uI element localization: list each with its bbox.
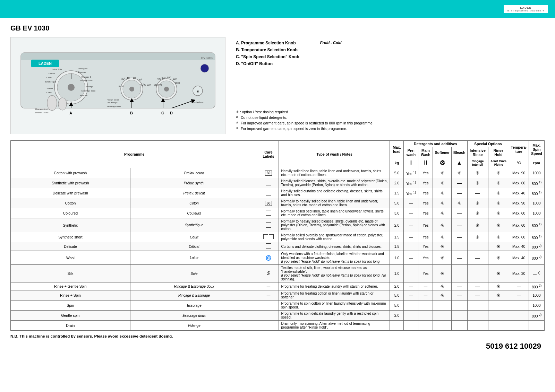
svg-text:C: C bbox=[161, 111, 164, 115]
prog-notes: Programme to spin delicate laundry gentl… bbox=[279, 311, 390, 321]
svg-text:Synthétique: Synthétique bbox=[45, 81, 56, 83]
svg-text:A: A bbox=[69, 111, 72, 115]
prog-softener: — bbox=[433, 321, 452, 331]
prog-intensive-rinse: ✳ bbox=[467, 168, 488, 178]
th-spin-unit: rpm bbox=[529, 158, 545, 168]
svg-text:90°C 100: 90°C 100 bbox=[140, 84, 151, 86]
prog-rinse-hold: ✳ bbox=[488, 282, 509, 290]
prog-care: — bbox=[258, 311, 279, 321]
prog-spin: 1000 bbox=[529, 300, 545, 311]
laden-logo: LADEN is a registered trademark bbox=[504, 5, 548, 13]
svg-text:D: D bbox=[170, 111, 173, 115]
prog-spin: 1000 bbox=[529, 198, 545, 208]
prog-mainwash: Yes bbox=[418, 232, 433, 242]
th-detergents: Detergents and additives bbox=[404, 141, 467, 147]
svg-text:Rincage à: Rincage à bbox=[78, 68, 88, 70]
prog-spin: 800 2) bbox=[529, 178, 545, 188]
svg-text:900: 900 bbox=[173, 78, 177, 80]
prog-mainwash: Yes bbox=[418, 178, 433, 188]
prog-care bbox=[258, 178, 279, 188]
svg-text:Vidange: Vidange bbox=[80, 94, 88, 96]
prog-mainwash: Yes bbox=[418, 188, 433, 198]
prog-name: Synthetic short bbox=[11, 232, 130, 242]
prog-mainwash: — bbox=[418, 321, 433, 331]
prog-intensive-rinse: ✳ bbox=[467, 232, 488, 242]
prog-spin: 800 2) bbox=[529, 282, 545, 290]
prog-name: Silk bbox=[11, 265, 130, 282]
svg-text:◉: ◉ bbox=[197, 90, 199, 93]
prog-spin: 800 2) bbox=[529, 188, 545, 198]
prog-notes: Normally to heavily soiled bed linen, ta… bbox=[279, 198, 390, 208]
prog-name: Rinse + Gentle Spin bbox=[11, 282, 130, 290]
prog-prewash: — bbox=[404, 282, 418, 290]
prog-rinse-hold: ✳ bbox=[488, 265, 509, 282]
prog-prewash: — bbox=[404, 218, 418, 232]
svg-text:Sans vit: Sans vit bbox=[154, 84, 162, 86]
svg-text:• Rincage doux: • Rincage doux bbox=[107, 105, 121, 107]
prog-french: Délicat bbox=[130, 242, 258, 251]
th-softener-sym: ⚙ bbox=[433, 158, 452, 168]
prog-notes: Normally to heavily soiled blouses, shir… bbox=[279, 218, 390, 232]
prog-prewash: Yes 1) bbox=[404, 188, 418, 198]
prog-temperature: Max. 60 bbox=[509, 218, 529, 232]
table-row: WoolLaine🌀Only woollens with a felt-free… bbox=[11, 251, 545, 265]
prog-mainwash: Yes bbox=[418, 208, 433, 218]
th-intensive-rinse-fr: Rinçage Intensif bbox=[467, 158, 488, 168]
prog-prewash: — bbox=[404, 232, 418, 242]
prog-bleach: — bbox=[452, 321, 467, 331]
table-row: Gentle spinEssorage doux—Programme to sp… bbox=[11, 311, 545, 321]
prog-bleach: — bbox=[452, 178, 467, 188]
prog-load: 5.0 bbox=[390, 198, 404, 208]
prog-french: Prélav. synth. bbox=[130, 178, 258, 188]
top-bar: LADEN is a registered trademark bbox=[0, 0, 555, 18]
th-temp-unit: °C bbox=[509, 158, 529, 168]
main-content: GB EV 1030 LADEN Laine Soie bbox=[0, 18, 555, 357]
prog-care bbox=[258, 232, 279, 242]
th-intensive-rinse: Intensive Rinse bbox=[467, 147, 488, 158]
prog-notes: Curtains and delicate clothing, dresses,… bbox=[279, 242, 390, 251]
machine-svg: LADEN Laine Soie Délicat Court Synthétiq… bbox=[17, 42, 219, 129]
prog-load: 3.0 bbox=[390, 208, 404, 218]
prog-load: — bbox=[390, 321, 404, 331]
prog-intensive-rinse: ✳ bbox=[467, 218, 488, 232]
prog-prewash: Yes 1) bbox=[404, 168, 418, 178]
prog-spin: — 3) bbox=[529, 265, 545, 282]
prog-temperature: — bbox=[509, 311, 529, 321]
prog-bleach: — bbox=[452, 188, 467, 198]
prog-bleach: — bbox=[452, 242, 467, 251]
prog-spin: 800 2) bbox=[529, 311, 545, 321]
svg-point-58 bbox=[47, 95, 57, 111]
prog-name: Delicate with prewash bbox=[11, 188, 130, 198]
prog-prewash: — bbox=[404, 290, 418, 300]
prog-mainwash: Yes bbox=[418, 265, 433, 282]
prog-french: Couleurs bbox=[130, 208, 258, 218]
prog-softener: ✳ bbox=[433, 232, 452, 242]
prog-spin: 1000 bbox=[529, 168, 545, 178]
prog-load: 2.0 bbox=[390, 218, 404, 232]
prog-notes: Textiles made of silk, linen, wool and v… bbox=[279, 265, 390, 282]
prog-rinse-hold: — bbox=[488, 311, 509, 321]
nb-footer: N.B. This machine is controlled by senso… bbox=[10, 334, 545, 338]
prog-rinse-hold: ✳ bbox=[488, 290, 509, 300]
table-row: SyntheticSynthétiqueNormally to heavily … bbox=[11, 218, 545, 232]
prog-french: Rinçage & Essorage bbox=[130, 290, 258, 300]
svg-text:Délicat: Délicat bbox=[49, 72, 55, 75]
prog-intensive-rinse: — bbox=[467, 311, 488, 321]
table-row: SpinEssorage—Programme to spin cotton or… bbox=[11, 300, 545, 311]
prog-spin: — bbox=[529, 321, 545, 331]
prog-bleach: — bbox=[452, 300, 467, 311]
prog-load: 1.5 bbox=[390, 232, 404, 242]
prog-care bbox=[258, 218, 279, 232]
prog-intensive-rinse: — bbox=[467, 251, 488, 265]
table-row: DrainVidange—Drain only - no spinning. A… bbox=[11, 321, 545, 331]
svg-text:Court: Court bbox=[46, 77, 52, 79]
table-row: ColouredCouleursNormally soiled bed line… bbox=[11, 208, 545, 218]
prog-spin: 800 2) bbox=[529, 242, 545, 251]
prog-french: Vidange bbox=[130, 321, 258, 331]
prog-french: Prélav. délicat bbox=[130, 188, 258, 198]
prog-softener: — bbox=[433, 300, 452, 311]
prog-spin: 800 2) bbox=[529, 232, 545, 242]
prog-mainwash: Yes bbox=[418, 251, 433, 265]
prog-intensive-rinse: — bbox=[467, 188, 488, 198]
svg-text:800: 800 bbox=[167, 76, 171, 79]
